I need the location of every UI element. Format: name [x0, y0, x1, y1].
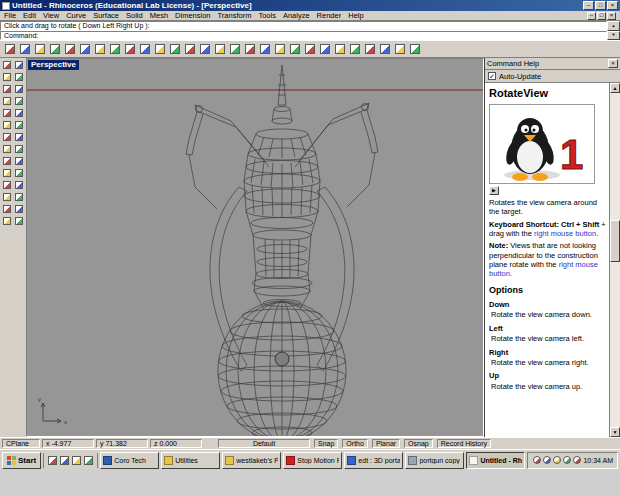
extrude-surface-icon[interactable] — [1, 143, 13, 155]
menu-surface[interactable]: Surface — [93, 11, 119, 20]
plane-icon[interactable] — [13, 131, 25, 143]
menu-view[interactable]: View — [43, 11, 59, 20]
menu-tools[interactable]: Tools — [258, 11, 276, 20]
task-button-stop-motion-pro[interactable]: Stop Motion Pro v7 ... — [283, 452, 342, 469]
ortho-toggle[interactable]: Ortho — [342, 439, 368, 448]
layer-manager-icon[interactable] — [348, 42, 362, 56]
patch-icon[interactable] — [13, 167, 25, 179]
start-button[interactable]: Start — [2, 452, 41, 469]
points-grid-icon[interactable] — [13, 71, 25, 83]
sweep-2-rails-icon[interactable] — [13, 155, 25, 167]
option-up[interactable]: Up — [489, 371, 607, 380]
network-icon[interactable] — [542, 456, 551, 465]
undo-icon[interactable] — [108, 42, 122, 56]
help-scrollbar[interactable]: ▲ ▼ — [609, 83, 620, 437]
planar-toggle[interactable]: Planar — [372, 439, 400, 448]
outlook-express-icon[interactable] — [59, 455, 70, 466]
option-left[interactable]: Left — [489, 324, 607, 333]
task-button-coro-tech[interactable]: Coro Tech — [100, 452, 159, 469]
line-segments-icon[interactable] — [13, 83, 25, 95]
play-animation-button[interactable]: ▶ — [489, 186, 499, 195]
current-layer-field[interactable]: Default — [218, 439, 310, 448]
auto-update-row[interactable]: ✓ Auto-Update — [485, 70, 620, 83]
mdi-close-button[interactable]: × — [607, 12, 616, 20]
mdi-restore-button[interactable]: □ — [597, 12, 606, 20]
select-icon[interactable] — [1, 59, 13, 71]
media-player-icon[interactable] — [83, 455, 94, 466]
redo-icon[interactable] — [123, 42, 137, 56]
osnap-toggle[interactable]: Osnap — [404, 439, 433, 448]
task-button-browser[interactable]: edt : 3D portal gun ... — [344, 452, 403, 469]
menu-file[interactable]: File — [4, 11, 16, 20]
task-button-rhino[interactable]: Untitled - Rhinoc... — [466, 452, 525, 469]
scheduler-icon[interactable] — [572, 456, 581, 465]
right-mouse-button-link[interactable]: right mouse button — [534, 229, 596, 238]
minimize-button[interactable]: – — [583, 1, 594, 10]
pan-view-icon[interactable] — [183, 42, 197, 56]
command-scroll-down-button[interactable]: ▼ — [607, 31, 620, 41]
grid-toggle-icon[interactable] — [408, 42, 422, 56]
surface-3-points-icon[interactable] — [1, 131, 13, 143]
task-button-pictures[interactable]: westlakeb's Pictures — [222, 452, 281, 469]
render-preview-icon[interactable] — [303, 42, 317, 56]
revolve-icon[interactable] — [13, 143, 25, 155]
help-panel-titlebar[interactable]: Command Help × — [485, 58, 620, 70]
scroll-down-button[interactable]: ▼ — [610, 427, 620, 437]
command-prompt[interactable]: Command: — [0, 31, 607, 41]
move-view-icon[interactable] — [168, 42, 182, 56]
free-form-curve-icon[interactable] — [1, 95, 13, 107]
lock-objects-icon[interactable] — [333, 42, 347, 56]
paste-icon[interactable] — [93, 42, 107, 56]
arc-icon[interactable] — [1, 107, 13, 119]
ellipse-icon[interactable] — [13, 107, 25, 119]
named-views-icon[interactable] — [258, 42, 272, 56]
show-desktop-icon[interactable] — [71, 455, 82, 466]
display-icon[interactable] — [552, 456, 561, 465]
zoom-extents-icon[interactable] — [228, 42, 242, 56]
fillet-icon[interactable] — [1, 191, 13, 203]
rectangle-icon[interactable] — [1, 119, 13, 131]
auto-update-checkbox[interactable]: ✓ — [488, 72, 496, 80]
new-file-icon[interactable] — [3, 42, 17, 56]
antivirus-icon[interactable] — [562, 456, 571, 465]
task-button-utilities[interactable]: Utilities — [161, 452, 220, 469]
object-properties-icon[interactable] — [363, 42, 377, 56]
scrollbar-thumb[interactable] — [610, 220, 620, 262]
zoom-dynamic-icon[interactable] — [198, 42, 212, 56]
viewport-layout-icon[interactable] — [273, 42, 287, 56]
boolean-difference-icon[interactable] — [13, 179, 25, 191]
snap-toggle[interactable]: Snap — [314, 439, 338, 448]
record-history-toggle[interactable]: Record History — [437, 439, 491, 448]
osnap-toggle-icon[interactable] — [393, 42, 407, 56]
command-help-icon[interactable] — [378, 42, 392, 56]
polyline-icon[interactable] — [1, 83, 13, 95]
select-window-icon[interactable] — [13, 59, 25, 71]
close-button[interactable]: × — [607, 1, 618, 10]
cplane-button[interactable]: CPlane — [2, 439, 40, 448]
circle-icon[interactable] — [13, 95, 25, 107]
command-scroll-up-button[interactable]: ▲ — [607, 21, 620, 31]
menu-solid[interactable]: Solid — [126, 11, 143, 20]
help-close-button[interactable]: × — [608, 59, 618, 68]
point-icon[interactable] — [1, 71, 13, 83]
titlebar[interactable]: Untitled - Rhinoceros (Educational Lab L… — [0, 0, 620, 11]
save-file-icon[interactable] — [33, 42, 47, 56]
menu-dimension[interactable]: Dimension — [175, 11, 210, 20]
command-history-line[interactable]: Click and drag to rotate ( Down Left Rig… — [0, 21, 607, 31]
option-down[interactable]: Down — [489, 300, 607, 309]
polygon-icon[interactable] — [13, 119, 25, 131]
split-icon[interactable] — [13, 203, 25, 215]
menu-curve[interactable]: Curve — [66, 11, 86, 20]
internet-explorer-icon[interactable] — [47, 455, 58, 466]
join-icon[interactable] — [1, 215, 13, 227]
scroll-up-button[interactable]: ▲ — [610, 83, 620, 93]
chamfer-icon[interactable] — [13, 191, 25, 203]
copy-icon[interactable] — [78, 42, 92, 56]
option-right[interactable]: Right — [489, 348, 607, 357]
hide-objects-icon[interactable] — [318, 42, 332, 56]
boolean-union-icon[interactable] — [1, 179, 13, 191]
cut-icon[interactable] — [63, 42, 77, 56]
select-all-icon[interactable] — [153, 42, 167, 56]
print-icon[interactable] — [48, 42, 62, 56]
zoom-window-icon[interactable] — [213, 42, 227, 56]
